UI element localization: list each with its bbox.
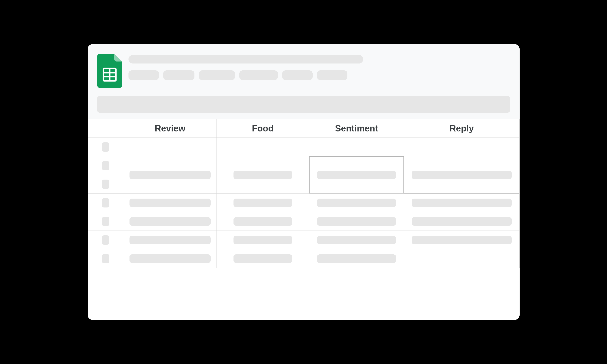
row-number[interactable]: [88, 231, 124, 249]
spreadsheet-window: Review Food Sentiment Reply: [88, 44, 520, 320]
cell[interactable]: [124, 194, 216, 212]
cell[interactable]: [216, 249, 309, 268]
document-title-placeholder[interactable]: [129, 55, 363, 64]
cell[interactable]: [124, 249, 216, 268]
cell[interactable]: [404, 138, 519, 156]
cell[interactable]: [309, 231, 404, 249]
title-area: [129, 54, 510, 80]
column-header-sentiment[interactable]: Sentiment: [309, 119, 404, 138]
cell[interactable]: [309, 194, 404, 212]
menu-item-placeholder[interactable]: [129, 70, 159, 80]
table-row: [88, 138, 519, 156]
row-number[interactable]: [88, 212, 124, 231]
cell[interactable]: [216, 156, 309, 194]
row-number[interactable]: [88, 156, 124, 175]
cell[interactable]: [124, 138, 216, 156]
menu-item-placeholder[interactable]: [199, 70, 235, 80]
menu-bar: [129, 70, 510, 80]
column-header-review[interactable]: Review: [124, 119, 216, 138]
row-number[interactable]: [88, 138, 124, 156]
cell-selected[interactable]: [309, 156, 404, 194]
header: [88, 44, 520, 119]
cell[interactable]: [404, 212, 519, 231]
cell[interactable]: [404, 231, 519, 249]
cell[interactable]: [124, 231, 216, 249]
header-top-row: [97, 54, 510, 88]
cell[interactable]: [309, 138, 404, 156]
column-header-reply[interactable]: Reply: [404, 119, 519, 138]
table-row: [88, 156, 519, 175]
cell-selected[interactable]: [404, 194, 519, 212]
menu-item-placeholder[interactable]: [282, 70, 313, 80]
menu-item-placeholder[interactable]: [317, 70, 347, 80]
row-number[interactable]: [88, 249, 124, 268]
table-row: [88, 231, 519, 249]
cell[interactable]: [216, 138, 309, 156]
row-number[interactable]: [88, 175, 124, 194]
table-row: [88, 212, 519, 231]
cell[interactable]: [404, 249, 519, 268]
column-header-food[interactable]: Food: [216, 119, 309, 138]
menu-item-placeholder[interactable]: [239, 70, 278, 80]
cell[interactable]: [124, 156, 216, 194]
spreadsheet-grid[interactable]: Review Food Sentiment Reply: [88, 119, 520, 320]
data-table: Review Food Sentiment Reply: [88, 119, 520, 268]
table-row: [88, 194, 519, 212]
cell[interactable]: [216, 231, 309, 249]
header-row: Review Food Sentiment Reply: [88, 119, 519, 138]
cell[interactable]: [309, 249, 404, 268]
menu-item-placeholder[interactable]: [163, 70, 195, 80]
cell[interactable]: [124, 212, 216, 231]
corner-cell[interactable]: [88, 119, 124, 138]
table-row: [88, 249, 519, 268]
sheets-icon: [97, 54, 122, 88]
cell[interactable]: [216, 212, 309, 231]
row-number[interactable]: [88, 194, 124, 212]
cell[interactable]: [309, 212, 404, 231]
cell[interactable]: [404, 156, 519, 194]
cell[interactable]: [216, 194, 309, 212]
toolbar-placeholder[interactable]: [97, 96, 510, 113]
